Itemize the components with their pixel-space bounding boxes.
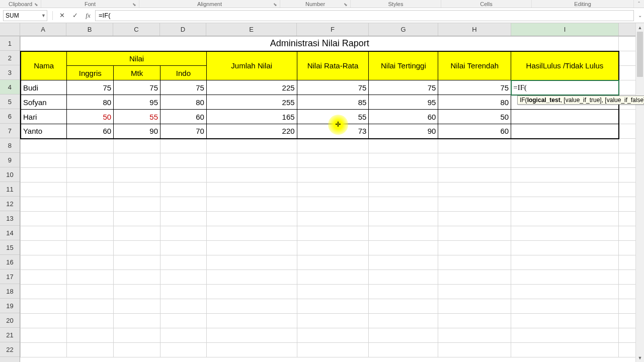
cell[interactable] <box>511 314 619 328</box>
row-header[interactable]: 12 <box>0 197 20 211</box>
cell[interactable]: 75 <box>297 80 369 95</box>
cell[interactable]: 75 <box>438 80 511 95</box>
expand-formula-icon[interactable]: ⌄ <box>636 13 644 18</box>
cell[interactable]: 95 <box>114 95 160 110</box>
cell[interactable] <box>511 343 619 357</box>
row-header[interactable]: 18 <box>0 284 20 299</box>
cell[interactable] <box>369 314 438 328</box>
cell[interactable] <box>297 241 369 255</box>
col-header-I[interactable]: I <box>511 23 619 36</box>
cell[interactable] <box>114 139 160 153</box>
cell[interactable] <box>67 212 114 226</box>
cell[interactable] <box>438 183 511 197</box>
accept-formula-icon[interactable]: ✓ <box>71 12 79 20</box>
cell[interactable] <box>511 255 619 270</box>
collapse-ribbon-icon[interactable]: ˆ <box>634 0 644 8</box>
cell[interactable] <box>21 285 67 299</box>
cell[interactable] <box>114 212 160 226</box>
select-all-corner[interactable] <box>0 23 20 36</box>
cell[interactable]: 60 <box>160 110 207 124</box>
cell-nama[interactable]: Yanto <box>21 124 67 139</box>
row-header[interactable]: 17 <box>0 269 20 284</box>
row-header[interactable]: 1 <box>0 36 20 51</box>
cell[interactable] <box>160 270 207 285</box>
cell[interactable]: 80 <box>67 95 114 110</box>
cell[interactable] <box>206 183 297 197</box>
cell[interactable] <box>297 328 369 343</box>
row-header[interactable]: 8 <box>0 138 20 153</box>
row-header[interactable]: 7 <box>0 124 20 138</box>
cell[interactable] <box>369 212 438 226</box>
cell[interactable] <box>438 139 511 153</box>
launcher-icon[interactable]: ⬊ <box>273 2 278 7</box>
col-header-D[interactable]: D <box>160 23 206 36</box>
row-header[interactable]: 2 <box>0 51 20 65</box>
cell[interactable] <box>511 110 619 124</box>
cell[interactable] <box>160 197 207 212</box>
cell[interactable]: 90 <box>369 124 438 139</box>
cell[interactable] <box>114 285 160 299</box>
cell[interactable] <box>206 168 297 183</box>
cell[interactable] <box>369 343 438 357</box>
header-inggris[interactable]: Inggris <box>67 66 114 80</box>
cell[interactable] <box>21 183 67 197</box>
cell[interactable] <box>21 270 67 285</box>
cell[interactable] <box>114 314 160 328</box>
cell[interactable] <box>67 139 114 153</box>
cell[interactable] <box>206 328 297 343</box>
cell[interactable] <box>160 153 207 168</box>
cell[interactable] <box>297 226 369 241</box>
cell[interactable] <box>67 343 114 357</box>
header-indo[interactable]: Indo <box>160 66 207 80</box>
row-header[interactable]: 13 <box>0 211 20 226</box>
row-header[interactable]: 5 <box>0 95 20 109</box>
cell[interactable] <box>438 255 511 270</box>
cell[interactable]: 75 <box>160 80 207 95</box>
cell[interactable] <box>114 241 160 255</box>
cell[interactable] <box>511 183 619 197</box>
row-header[interactable]: 11 <box>0 182 20 197</box>
col-header-F[interactable]: F <box>297 23 369 36</box>
header-nilai[interactable]: Nilai <box>67 51 207 66</box>
cell[interactable] <box>160 328 207 343</box>
cell[interactable]: 255 <box>206 95 297 110</box>
cell[interactable] <box>511 285 619 299</box>
cell[interactable] <box>511 197 619 212</box>
cell[interactable] <box>160 226 207 241</box>
cell[interactable] <box>297 168 369 183</box>
fx-icon[interactable]: fx <box>84 12 92 20</box>
cell[interactable]: 50 <box>438 110 511 124</box>
cell[interactable] <box>67 183 114 197</box>
cell[interactable] <box>369 183 438 197</box>
cell[interactable] <box>511 168 619 183</box>
cell[interactable] <box>114 183 160 197</box>
cell[interactable] <box>438 299 511 314</box>
cell[interactable] <box>114 343 160 357</box>
scroll-thumb[interactable] <box>637 32 643 77</box>
cell[interactable] <box>21 314 67 328</box>
scroll-up-icon[interactable]: ▲ <box>636 23 644 32</box>
cell[interactable] <box>114 153 160 168</box>
cell[interactable]: 75 <box>114 80 160 95</box>
cell[interactable] <box>297 314 369 328</box>
cell[interactable]: 73 <box>297 124 369 139</box>
cell[interactable] <box>206 197 297 212</box>
cell[interactable] <box>511 328 619 343</box>
cell[interactable] <box>369 299 438 314</box>
cell[interactable] <box>438 314 511 328</box>
cell[interactable] <box>206 153 297 168</box>
header-rata[interactable]: Nilai Rata-Rata <box>297 51 369 80</box>
cell[interactable] <box>114 197 160 212</box>
cell[interactable] <box>297 153 369 168</box>
cell[interactable] <box>21 139 67 153</box>
cell[interactable] <box>206 314 297 328</box>
cell[interactable] <box>438 270 511 285</box>
cell[interactable] <box>114 168 160 183</box>
cell[interactable] <box>438 168 511 183</box>
cell[interactable] <box>438 226 511 241</box>
cell[interactable] <box>511 124 619 139</box>
cell[interactable] <box>297 285 369 299</box>
cell[interactable] <box>438 212 511 226</box>
cell[interactable] <box>21 153 67 168</box>
cell[interactable] <box>21 197 67 212</box>
